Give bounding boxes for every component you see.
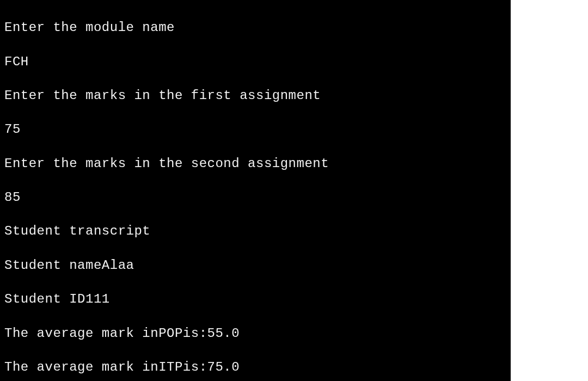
console-line: 75 — [4, 121, 506, 138]
console-line: Enter the module name — [4, 19, 506, 36]
console-line: The average mark inPOPis:55.0 — [4, 325, 506, 342]
console-line: 85 — [4, 189, 506, 206]
console-line: Enter the marks in the first assignment — [4, 87, 506, 104]
console-line: FCH — [4, 53, 506, 70]
console-line: Enter the marks in the second assignment — [4, 155, 506, 172]
console-line: The average mark inITPis:75.0 — [4, 359, 506, 376]
console-line: Student transcript — [4, 223, 506, 239]
console-line: Student nameAlaa — [4, 257, 506, 274]
console-line: Student ID111 — [4, 291, 506, 308]
terminal-window[interactable]: Enter the module name FCH Enter the mark… — [0, 0, 511, 381]
